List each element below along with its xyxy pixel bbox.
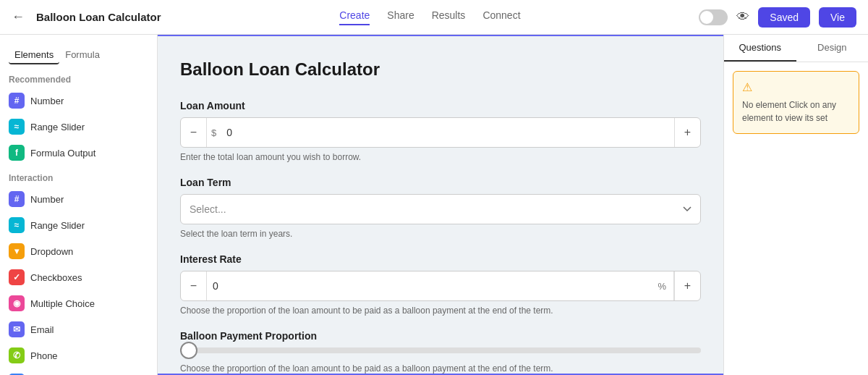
form-canvas: Balloon Loan Calculator Loan Amount − $ … <box>158 35 723 375</box>
sidebar-item-formula-rec[interactable]: f Formula Output <box>0 140 157 166</box>
sidebar-item-phone[interactable]: ✆ Phone <box>0 342 157 368</box>
formula-icon-rec: f <box>9 145 25 161</box>
checkboxes-label: Checkboxes <box>30 272 82 283</box>
balloon-group: Balloon Payment Proportion Choose the pr… <box>180 330 701 374</box>
loan-amount-input[interactable]: − $ 0 + <box>180 117 701 148</box>
phone-label: Phone <box>30 350 58 361</box>
loan-amount-prefix: $ <box>207 127 221 138</box>
multi-icon: ◉ <box>9 295 25 311</box>
nav-connect[interactable]: Connect <box>482 9 520 25</box>
multi-label: Multiple Choice <box>30 298 95 309</box>
nav-results[interactable]: Results <box>432 9 466 25</box>
topbar-actions: 👁 Saved Vie <box>699 7 856 28</box>
preview-toggle[interactable] <box>699 9 728 25</box>
loan-amount-decrement[interactable]: − <box>181 118 207 147</box>
loan-amount-increment[interactable]: + <box>674 118 700 147</box>
no-element-box: ⚠ No element Click on any element to vie… <box>733 71 859 134</box>
dropdown-icon: ▾ <box>9 243 25 259</box>
right-panel: Questions Design ⚠ No element Click on a… <box>723 35 868 375</box>
sidebar-item-range-rec[interactable]: ≈ Range Slider <box>0 114 157 140</box>
right-tabs: Questions Design <box>724 35 868 62</box>
balloon-label: Balloon Payment Proportion <box>180 330 701 342</box>
topbar: ← Balloon Loan Calculator Create Share R… <box>0 0 868 35</box>
view-button[interactable]: Vie <box>819 7 856 28</box>
balloon-hint: Choose the proportion of the loan amount… <box>180 363 701 374</box>
range-label: Range Slider <box>30 220 85 231</box>
loan-term-group: Loan Term Select... Select the loan term… <box>180 177 701 239</box>
main-layout: Elements Formula Recommended # Number ≈ … <box>0 35 868 375</box>
form-title: Balloon Loan Calculator <box>180 59 701 80</box>
sidebar: Elements Formula Recommended # Number ≈ … <box>0 35 158 375</box>
loan-amount-label: Loan Amount <box>180 100 701 111</box>
interest-rate-suffix: % <box>650 271 674 300</box>
number-label-rec: Number <box>30 96 64 106</box>
sidebar-item-website[interactable]: 🔗 Website <box>0 368 157 375</box>
number-label: Number <box>30 194 64 205</box>
loan-term-select[interactable]: Select... <box>180 194 701 224</box>
tab-formula[interactable]: Formula <box>59 46 106 64</box>
email-label: Email <box>30 324 54 335</box>
number-icon-rec: # <box>9 93 25 109</box>
nav-create[interactable]: Create <box>339 9 370 25</box>
check-icon: ✓ <box>9 269 25 285</box>
loan-term-hint: Select the loan term in years. <box>180 229 701 239</box>
saved-button[interactable]: Saved <box>758 7 810 28</box>
back-button[interactable]: ← <box>12 9 25 25</box>
range-icon-rec: ≈ <box>9 119 25 135</box>
sidebar-item-range[interactable]: ≈ Range Slider <box>0 212 157 238</box>
interest-rate-input[interactable]: − 0 % + <box>180 271 701 301</box>
loan-term-label: Loan Term <box>180 177 701 188</box>
email-icon: ✉ <box>9 321 25 337</box>
loan-amount-value[interactable]: 0 <box>221 127 674 138</box>
no-element-text: No element Click on any element to view … <box>742 98 850 125</box>
tab-questions[interactable]: Questions <box>724 35 796 62</box>
sidebar-item-number-rec[interactable]: # Number <box>0 88 157 114</box>
loan-amount-hint: Enter the total loan amount you wish to … <box>180 152 701 162</box>
range-label-rec: Range Slider <box>30 122 85 132</box>
dropdown-label: Dropdown <box>30 246 73 257</box>
interest-rate-decrement[interactable]: − <box>181 271 207 300</box>
sidebar-item-dropdown[interactable]: ▾ Dropdown <box>0 238 157 264</box>
recommended-label: Recommended <box>0 67 157 88</box>
sidebar-tabs: Elements Formula <box>0 41 157 67</box>
eye-button[interactable]: 👁 <box>736 9 749 25</box>
tab-elements[interactable]: Elements <box>9 46 59 64</box>
warning-icon: ⚠ <box>742 80 850 94</box>
interest-rate-group: Interest Rate − 0 % + Choose the proport… <box>180 253 701 316</box>
sidebar-item-checkboxes[interactable]: ✓ Checkboxes <box>0 264 157 290</box>
top-nav: Create Share Results Connect <box>173 9 688 25</box>
loan-amount-group: Loan Amount − $ 0 + Enter the total loan… <box>180 100 701 162</box>
formula-label-rec: Formula Output <box>30 148 95 159</box>
sidebar-item-number[interactable]: # Number <box>0 186 157 212</box>
canvas: Balloon Loan Calculator Loan Amount − $ … <box>158 35 723 375</box>
interaction-label: Interaction <box>0 166 157 186</box>
sidebar-item-email[interactable]: ✉ Email <box>0 316 157 342</box>
interest-rate-value[interactable]: 0 <box>207 280 650 292</box>
page-title: Balloon Loan Calculator <box>36 11 161 23</box>
interest-rate-label: Interest Rate <box>180 253 701 265</box>
tab-design[interactable]: Design <box>796 35 869 62</box>
interest-rate-hint: Choose the proportion of the loan amount… <box>180 306 701 316</box>
range-icon: ≈ <box>9 217 25 233</box>
balloon-range-track <box>180 347 701 353</box>
nav-share[interactable]: Share <box>387 9 414 25</box>
number-icon: # <box>9 191 25 207</box>
interest-rate-increment[interactable]: + <box>674 271 700 300</box>
phone-icon: ✆ <box>9 347 25 363</box>
sidebar-item-multi[interactable]: ◉ Multiple Choice <box>0 290 157 316</box>
